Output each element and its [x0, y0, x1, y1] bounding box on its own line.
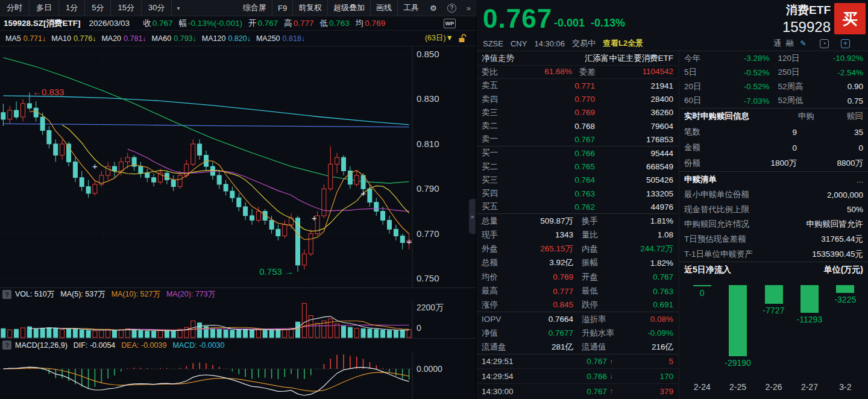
- tool-drawline[interactable]: 画线: [370, 0, 397, 16]
- stats-cell: 跌停0.691: [582, 300, 673, 310]
- help-icon[interactable]: ?: [2, 341, 11, 350]
- collapse-panel-handle[interactable]: »: [469, 199, 476, 234]
- add-watchlist-icon[interactable]: +: [841, 39, 850, 48]
- bid-level-label: 买五: [482, 201, 515, 212]
- tool-f9[interactable]: F9: [272, 0, 292, 16]
- subscription-row: 份额1800万8800万: [679, 156, 868, 171]
- help-icon[interactable]: ?: [2, 290, 11, 299]
- ask-price: 0.769: [515, 108, 595, 117]
- period-selector[interactable]: (63日)▼: [425, 33, 453, 43]
- help-icon[interactable]: ?: [447, 4, 456, 13]
- stat-value: 0.769: [553, 272, 573, 281]
- gear-icon[interactable]: ⚙: [424, 0, 442, 16]
- trading-status: 交易中: [572, 38, 596, 49]
- ask-row[interactable]: 卖三0.76936260: [477, 106, 678, 119]
- ma60-value: 0.793↓: [174, 34, 197, 43]
- svg-text:+: +: [360, 188, 366, 198]
- tick-row[interactable]: 14:29:540.766↓170: [477, 369, 678, 384]
- subscribe-value: 0: [739, 143, 797, 152]
- high-value: 0.777: [294, 19, 314, 28]
- bid-row[interactable]: 买一0.76695444: [477, 146, 678, 160]
- flow-value-label: -7727: [763, 306, 785, 315]
- stat-label: 总额: [482, 257, 498, 268]
- alert-icon[interactable]: ◔: [820, 39, 829, 48]
- bid-level-label: 买四: [482, 188, 515, 199]
- tool-overlay[interactable]: 超级叠加: [327, 0, 370, 16]
- ask-row[interactable]: 卖四0.77028400: [477, 92, 678, 105]
- ask-level-label: 卖五: [482, 80, 515, 91]
- redeem-label: T-1日单位申赎资产: [684, 249, 753, 260]
- nav-label[interactable]: 净值走势: [482, 53, 514, 64]
- ask-level-label: 卖一: [482, 134, 515, 145]
- stats-row: 最高0.777最低0.763: [477, 284, 678, 298]
- period-dropdown-icon[interactable]: ▾: [172, 5, 184, 11]
- tab-15min[interactable]: 15分: [111, 0, 141, 16]
- edit-icon[interactable]: ✎: [799, 39, 808, 48]
- candlestick-chart[interactable]: 0.8500.8300.8100.7900.7700.750←0.8330.75…: [0, 46, 476, 287]
- stats-cell: 溢折率0.08%: [582, 314, 673, 325]
- flow-date-label: 2-24: [684, 382, 720, 394]
- tool-tools[interactable]: 工具: [397, 0, 424, 16]
- macd-chart[interactable]: 0.0000: [0, 351, 476, 399]
- tick-row[interactable]: 14:30:000.767↑379: [477, 384, 678, 399]
- l2-link[interactable]: 查看L2全景: [603, 38, 643, 49]
- perf-value: -10.92%: [833, 54, 863, 63]
- stats-row: 外盘265.15万内盘244.72万: [477, 242, 678, 256]
- bid-row[interactable]: 买二0.765668549: [477, 160, 678, 173]
- ask-volume: 36260: [611, 108, 673, 117]
- ask-row[interactable]: 卖五0.77121941: [477, 79, 678, 92]
- tick-volume: 170: [618, 372, 673, 381]
- instrument-name: 消费ETF: [782, 2, 831, 18]
- up-arrow-icon: ↑: [609, 357, 618, 366]
- redeem-label: 申购赎回允许情况: [684, 219, 749, 230]
- stat-label: 均价: [482, 272, 498, 283]
- volume-chart[interactable]: 2200万0: [0, 301, 476, 338]
- stats-row: 涨停0.845跌停0.691: [477, 298, 678, 312]
- tool-adjust[interactable]: 前复权: [292, 0, 327, 16]
- stat-value: 1.08: [658, 230, 673, 239]
- stats-cell: 最低0.763: [582, 286, 673, 297]
- stats-cell: 升贴水率-0.09%: [582, 328, 673, 339]
- more-link[interactable]: ...: [857, 175, 863, 184]
- bid-row[interactable]: 买五0.76244976: [477, 201, 678, 214]
- redeem-list-rows: 最小申赎单位份额2,000,000现金替代比例上限50%申购赎回允许情况申购赎回…: [679, 187, 868, 262]
- svg-text:0: 0: [417, 323, 421, 333]
- stat-label: 流通盘: [482, 342, 506, 353]
- ask-row[interactable]: 卖一0.767176853: [477, 133, 678, 146]
- flow-column: -3225: [828, 285, 863, 380]
- quote-info-row: 159928.SZ[消费ETF] 2026/03/03 收0.767 幅-0.1…: [0, 16, 476, 31]
- avg-label: 均: [356, 18, 364, 29]
- tick-row[interactable]: 14:29:510.767↑5: [477, 354, 678, 369]
- ask-price: 0.767: [515, 135, 595, 144]
- buy-button[interactable]: 买: [834, 3, 866, 34]
- stat-value: 244.72万: [640, 243, 673, 254]
- unlock-icon[interactable]: [458, 34, 467, 43]
- wp-icon[interactable]: WP: [444, 19, 456, 28]
- bid-row[interactable]: 买三0.764505426: [477, 174, 678, 187]
- ma5-value: 0.771↓: [24, 34, 46, 43]
- bid-volume: 44976: [611, 203, 673, 212]
- tab-5min[interactable]: 5分: [85, 0, 111, 16]
- bid-row[interactable]: 买四0.763133205: [477, 187, 678, 200]
- tab-1min[interactable]: 1分: [59, 0, 85, 16]
- quote-time: 14:30:06: [534, 39, 565, 48]
- svg-text:0.770: 0.770: [417, 228, 439, 239]
- stats-row: 均价0.769开盘0.767: [477, 270, 678, 284]
- ask-volume: 176853: [611, 135, 673, 144]
- fund-full-name[interactable]: 汇添富中证主要消费ETF: [585, 53, 673, 64]
- low-label: 低: [320, 18, 329, 29]
- perf-label: 今年: [684, 53, 700, 64]
- tab-duori[interactable]: 多日: [30, 0, 59, 16]
- redeem-value: 申购赎回皆允许: [807, 219, 864, 230]
- ask-row[interactable]: 卖二0.76879604: [477, 119, 678, 133]
- stat-label: 振幅: [582, 257, 598, 268]
- tool-composite[interactable]: 综合屏: [237, 0, 272, 16]
- bid-volume: 95444: [611, 149, 673, 158]
- more-icon[interactable]: »: [461, 0, 476, 16]
- tab-30min[interactable]: 30分: [142, 0, 172, 16]
- tab-fenshi[interactable]: 分时: [0, 0, 30, 16]
- redeem-value: 50%: [847, 205, 863, 214]
- ma120-value: 0.820↓: [228, 34, 251, 43]
- ma20-label: MA20: [101, 34, 121, 43]
- stats-row: 总量509.87万换手1.81%: [477, 214, 678, 228]
